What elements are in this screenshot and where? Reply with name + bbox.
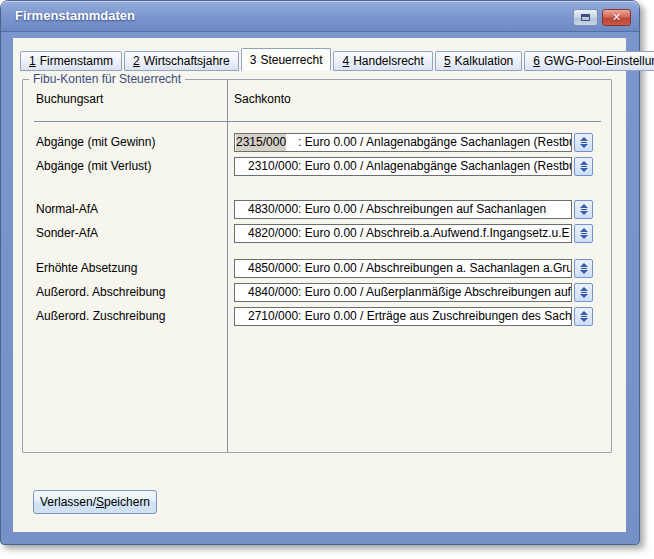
restore-button[interactable]	[573, 9, 598, 26]
row-label: Sonder-AfA	[36, 224, 98, 243]
field-text: 4840/000: Euro 0.00 / Außerplanmäßige Ab…	[235, 284, 572, 301]
spinner-divider	[581, 142, 587, 143]
tab-gwg-pool-einstellungen[interactable]: 6GWG-Pool-Einstellungen	[524, 51, 654, 71]
tab-accel: 2	[133, 54, 140, 68]
account-field-erhoehte-absetzung[interactable]: 4850/000: Euro 0.00 / Abschreibungen a. …	[234, 259, 572, 278]
spinner-abgaenge-verlust[interactable]	[574, 157, 593, 176]
button-label: peichern	[104, 495, 150, 509]
button-label: Verlassen/	[40, 495, 96, 509]
tab-accel: 1	[29, 54, 36, 68]
row-label: Außerord. Zuschreibung	[36, 307, 165, 326]
row-abgaenge-verlust: Abgänge (mit Verlust) 2310/000: Euro 0.0…	[23, 157, 611, 176]
spinner-down-icon	[580, 318, 588, 322]
field-text: : Euro 0.00 / Anlagenabgänge Sachanlagen…	[298, 134, 572, 151]
dialog-content: 1Firmenstamm 2Wirtschaftsjahre 3Steuerre…	[13, 38, 626, 532]
column-header-buchungsart: Buchungsart	[36, 92, 103, 106]
row-label: Erhöhte Absetzung	[36, 259, 137, 278]
dialog-window: Firmenstammdaten ✕ 1Firmenstamm 2Wirtsch…	[0, 0, 640, 545]
spinner-down-icon	[580, 294, 588, 298]
row-abgaenge-gewinn: Abgänge (mit Gewinn) 2315/000: Euro 0.00…	[23, 133, 611, 152]
tab-firmenstamm[interactable]: 1Firmenstamm	[20, 51, 122, 71]
spinner-divider	[581, 233, 587, 234]
account-field-ausserord-zuschreibung[interactable]: 2710/000: Euro 0.00 / Erträge aus Zuschr…	[234, 307, 572, 326]
tab-handelsrecht[interactable]: 4Handelsrecht	[333, 51, 432, 71]
tab-wirtschaftsjahre[interactable]: 2Wirtschaftsjahre	[124, 51, 239, 71]
row-sonder-afa: Sonder-AfA 4820/000: Euro 0.00 / Abschre…	[23, 224, 611, 243]
account-field-sonder-afa[interactable]: 4820/000: Euro 0.00 / Abschreib.a.Aufwen…	[234, 224, 572, 243]
tab-kalkulation[interactable]: 5Kalkulation	[435, 51, 522, 71]
spinner-down-icon	[580, 235, 588, 239]
account-field-abgaenge-gewinn[interactable]: 2315/000: Euro 0.00 / Anlagenabgänge Sac…	[234, 133, 572, 152]
row-erhoehte-absetzung: Erhöhte Absetzung 4850/000: Euro 0.00 / …	[23, 259, 611, 278]
titlebar[interactable]: Firmenstammdaten ✕	[1, 1, 639, 32]
tab-label: Steuerrecht	[260, 53, 322, 67]
row-label: Außerord. Abschreibung	[36, 283, 165, 302]
spinner-divider	[581, 316, 587, 317]
tab-accel: 6	[533, 54, 540, 68]
account-field-normal-afa[interactable]: 4830/000: Euro 0.00 / Abschreibungen auf…	[234, 200, 572, 219]
field-text: 2710/000: Euro 0.00 / Erträge aus Zuschr…	[235, 308, 572, 325]
tab-accel: 3	[250, 53, 257, 67]
groupbox-title: Fibu-Konten für Steuerrecht	[29, 72, 185, 86]
spinner-up-icon	[580, 204, 588, 208]
field-text: 4850/000: Euro 0.00 / Abschreibungen a. …	[235, 260, 572, 277]
close-button[interactable]: ✕	[602, 9, 631, 26]
tab-accel: 5	[444, 54, 451, 68]
field-text: 2310/000: Euro 0.00 / Anlagenabgänge Sac…	[235, 158, 572, 175]
button-accel: S	[96, 495, 104, 509]
spinner-up-icon	[580, 311, 588, 315]
spinner-ausserord-abschreibung[interactable]	[574, 283, 593, 302]
restore-icon	[581, 14, 590, 21]
row-ausserord-abschreibung: Außerord. Abschreibung 4840/000: Euro 0.…	[23, 283, 611, 302]
row-label: Abgänge (mit Verlust)	[36, 157, 151, 176]
row-normal-afa: Normal-AfA 4830/000: Euro 0.00 / Abschre…	[23, 200, 611, 219]
spinner-divider	[581, 268, 587, 269]
row-label: Abgänge (mit Gewinn)	[36, 133, 155, 152]
spinner-divider	[581, 166, 587, 167]
tab-label: Kalkulation	[455, 54, 514, 68]
field-text: 4830/000: Euro 0.00 / Abschreibungen auf…	[235, 201, 546, 218]
spinner-erhoehte-absetzung[interactable]	[574, 259, 593, 278]
tab-strip: 1Firmenstamm 2Wirtschaftsjahre 3Steuerre…	[20, 48, 626, 71]
spinner-abgaenge-gewinn[interactable]	[574, 133, 593, 152]
spinner-up-icon	[580, 137, 588, 141]
spinner-down-icon	[580, 144, 588, 148]
tab-label: Handelsrecht	[353, 54, 424, 68]
row-ausserord-zuschreibung: Außerord. Zuschreibung 2710/000: Euro 0.…	[23, 307, 611, 326]
row-label: Normal-AfA	[36, 200, 98, 219]
spinner-normal-afa[interactable]	[574, 200, 593, 219]
verlassen-speichern-button[interactable]: Verlassen/Speichern	[33, 490, 157, 514]
selected-text: 2315/000	[236, 134, 286, 151]
tab-steuerrecht[interactable]: 3Steuerrecht	[241, 48, 332, 71]
tab-accel: 4	[342, 54, 349, 68]
spinner-down-icon	[580, 211, 588, 215]
tab-label: Wirtschaftsjahre	[144, 54, 230, 68]
spinner-down-icon	[580, 270, 588, 274]
spinner-divider	[581, 292, 587, 293]
spinner-divider	[581, 209, 587, 210]
spinner-down-icon	[580, 168, 588, 172]
groupbox-fibu-konten: Fibu-Konten für Steuerrecht Buchungsart …	[22, 79, 612, 453]
account-field-abgaenge-verlust[interactable]: 2310/000: Euro 0.00 / Anlagenabgänge Sac…	[234, 157, 572, 176]
spinner-up-icon	[580, 287, 588, 291]
field-text: 4820/000: Euro 0.00 / Abschreib.a.Aufwen…	[235, 225, 570, 242]
spinner-up-icon	[580, 161, 588, 165]
window-title: Firmenstammdaten	[15, 8, 135, 23]
spinner-up-icon	[580, 263, 588, 267]
column-header-sachkonto: Sachkonto	[234, 92, 291, 106]
header-divider	[34, 121, 601, 122]
close-icon: ✕	[612, 12, 621, 23]
spinner-up-icon	[580, 228, 588, 232]
spinner-ausserord-zuschreibung[interactable]	[574, 307, 593, 326]
spinner-sonder-afa[interactable]	[574, 224, 593, 243]
account-field-ausserord-abschreibung[interactable]: 4840/000: Euro 0.00 / Außerplanmäßige Ab…	[234, 283, 572, 302]
tab-label: GWG-Pool-Einstellungen	[544, 54, 654, 68]
tab-label: Firmenstamm	[40, 54, 113, 68]
